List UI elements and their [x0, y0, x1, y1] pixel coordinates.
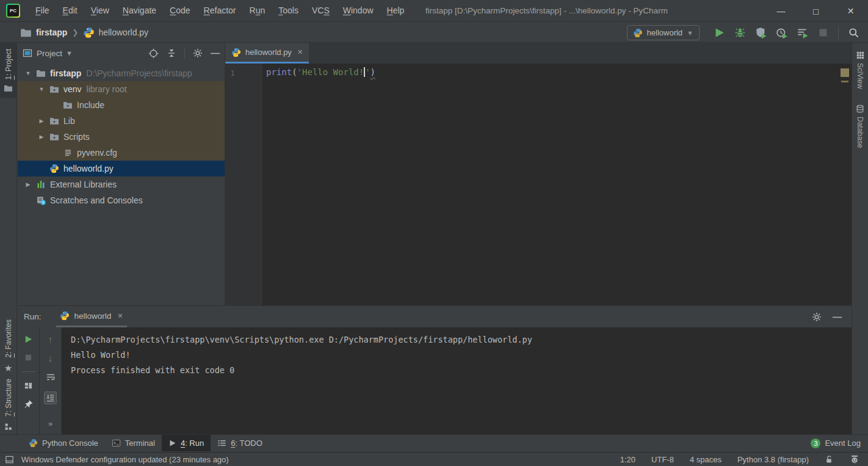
pin-icon[interactable]: [24, 399, 34, 409]
indent-widget[interactable]: 4 spaces: [690, 455, 722, 464]
stop-button[interactable]: [817, 27, 829, 38]
stripe-tab-project[interactable]: 1: Project: [0, 43, 16, 98]
star-icon[interactable]: ★: [4, 364, 12, 373]
tree-row-lib[interactable]: ▶ Lib: [18, 113, 225, 129]
tree-row-scripts[interactable]: ▶ Scripts: [18, 129, 225, 145]
hide-panel-button[interactable]: —: [211, 50, 220, 56]
tool-window-bar: Python Console Terminal 4: Run 6: TODO 3…: [0, 434, 868, 451]
debug-button[interactable]: [734, 27, 746, 38]
menu-help[interactable]: Help: [380, 0, 411, 21]
close-button[interactable]: ✕: [833, 0, 868, 22]
left-tool-stripe: 1: Project 2: Favorites ★ 7: Structure: [0, 43, 17, 434]
tool-window-quick-access-icon[interactable]: [5, 455, 14, 464]
breadcrumb-project[interactable]: firstapp: [36, 27, 67, 37]
tree-row-external-libraries[interactable]: ▶ External Libraries: [18, 177, 225, 192]
menu-vcs[interactable]: VCS: [305, 0, 336, 21]
maximize-button[interactable]: □: [798, 0, 833, 22]
menu-refactor[interactable]: Refactor: [197, 0, 243, 21]
menu-navigate[interactable]: Navigate: [116, 0, 163, 21]
run-with-coverage-button[interactable]: [755, 27, 767, 38]
caret-position-widget[interactable]: 1:20: [620, 455, 635, 464]
toolwindow-label: 6: TODO: [231, 439, 262, 448]
pycharm-logo-icon: PC: [6, 4, 20, 18]
menu-edit[interactable]: Edit: [56, 0, 84, 21]
soft-wrap-icon[interactable]: [46, 373, 56, 382]
breadcrumb-file[interactable]: helloworld.py: [98, 27, 148, 37]
chevron-down-icon: ▼: [687, 29, 693, 37]
chevron-down-icon[interactable]: ▼: [21, 70, 35, 76]
tree-row-pyvenv-cfg[interactable]: pyvenv.cfg: [18, 145, 225, 161]
run-console-output[interactable]: D:\PycharmProjects\firstapp\venv\Scripts…: [62, 327, 852, 434]
profiler-button[interactable]: [776, 27, 787, 38]
toolwindow-todo[interactable]: 6: TODO: [211, 435, 269, 451]
arrow-up-icon[interactable]: ↑: [48, 335, 53, 344]
tree-label: Include: [77, 100, 104, 110]
menu-view[interactable]: View: [84, 0, 116, 21]
event-count-badge: 3: [811, 439, 820, 448]
structure-icon[interactable]: [4, 423, 12, 431]
unlocked-icon[interactable]: [825, 455, 834, 464]
tree-label: Scratches and Consoles: [50, 195, 143, 205]
run-button[interactable]: [714, 27, 725, 38]
close-icon[interactable]: ✕: [297, 48, 303, 56]
collapse-all-icon[interactable]: [167, 48, 176, 58]
folder-icon: [20, 27, 32, 38]
interpreter-widget[interactable]: Python 3.8 (firstapp): [737, 455, 809, 464]
chevron-down-icon[interactable]: ▼: [66, 49, 73, 57]
menu-tools[interactable]: Tools: [272, 0, 305, 21]
menu-file[interactable]: File: [29, 0, 56, 21]
python-icon: [29, 439, 38, 448]
error-stripe-mark[interactable]: [841, 81, 848, 82]
minimize-button[interactable]: —: [764, 0, 798, 22]
stripe-tab-structure[interactable]: 7: Structure: [4, 379, 13, 417]
project-panel-title[interactable]: Project: [37, 49, 62, 58]
stripe-tab-favorites[interactable]: 2: Favorites: [4, 319, 13, 358]
tree-row-firstapp[interactable]: ▼ firstapp D:\PycharmProjects\firstapp: [18, 65, 225, 81]
tree-label: External Libraries: [50, 180, 117, 189]
arrow-down-icon[interactable]: ↓: [48, 354, 53, 363]
chevron-right-icon[interactable]: ▶: [35, 134, 48, 140]
python-file-icon: [83, 27, 95, 38]
code-editor[interactable]: print('Hello World!'): [262, 64, 852, 305]
locate-file-icon[interactable]: [148, 48, 159, 59]
tree-row-include[interactable]: Include: [18, 97, 225, 113]
gear-icon[interactable]: [812, 312, 822, 322]
encoding-widget[interactable]: UTF-8: [651, 455, 674, 464]
hide-panel-button[interactable]: —: [833, 314, 842, 320]
menu-run[interactable]: Run: [243, 0, 272, 21]
run-tab-helloworld[interactable]: helloworld ✕: [56, 306, 127, 327]
tree-row-scratches[interactable]: Scratches and Consoles: [18, 192, 225, 208]
chevron-right-icon[interactable]: ▶: [35, 118, 48, 124]
python-icon: [633, 28, 643, 38]
chevron-down-icon[interactable]: ▼: [35, 86, 48, 92]
menu-code[interactable]: Code: [163, 0, 197, 21]
editor-area: helloworld.py ✕ 1 print('Hello World!'): [225, 43, 852, 305]
stripe-tab-project-label: 1: Project: [4, 49, 13, 80]
stripe-tab-database-label: Database: [856, 117, 864, 148]
tree-row-helloworld-py[interactable]: helloworld.py: [18, 161, 225, 177]
chevron-right-icon[interactable]: ▶: [21, 181, 35, 187]
scroll-to-end-button[interactable]: [44, 391, 57, 404]
editor-tab-helloworld[interactable]: helloworld.py ✕: [225, 43, 309, 64]
toolwindow-terminal[interactable]: Terminal: [105, 435, 162, 451]
search-everywhere-button[interactable]: [848, 27, 859, 38]
rerun-button[interactable]: [24, 335, 33, 344]
menu-window[interactable]: Window: [336, 0, 380, 21]
toolwindow-python-console[interactable]: Python Console: [22, 435, 105, 451]
stop-button[interactable]: [24, 353, 33, 362]
stripe-tab-database[interactable]: Database: [852, 104, 868, 148]
close-icon[interactable]: ✕: [117, 312, 123, 320]
toolwindow-run[interactable]: 4: Run: [162, 435, 211, 451]
inspection-indicator[interactable]: [841, 68, 849, 77]
database-icon: [856, 104, 864, 113]
restore-layout-icon[interactable]: [24, 381, 33, 390]
inspections-hector-icon[interactable]: [850, 454, 859, 464]
run-with-configuration-button[interactable]: [797, 27, 808, 38]
tree-row-venv[interactable]: ▼ venv library root: [18, 81, 225, 97]
run-configuration-select[interactable]: helloworld ▼: [627, 25, 700, 40]
stripe-tab-sciview[interactable]: SciView: [852, 51, 868, 89]
gear-icon[interactable]: [193, 48, 203, 58]
more-actions-button[interactable]: »: [48, 419, 52, 428]
toolwindow-label: 4: Run: [181, 439, 204, 448]
toolwindow-event-log[interactable]: 3 Event Log: [811, 435, 861, 451]
